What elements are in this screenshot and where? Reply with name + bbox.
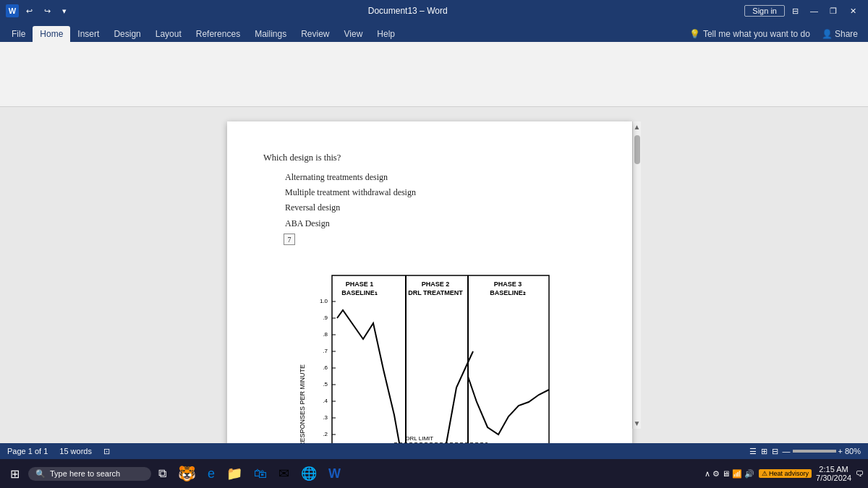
status-right: ☰ ⊞ ⊟ — + 80% [749,447,861,456]
wifi-icon[interactable]: 📶 [732,469,742,479]
tab-references[interactable]: References [189,26,247,42]
title-bar-right: Sign in ⊟ — ❐ ✕ [744,5,862,17]
zoom-level: 80% [845,447,861,455]
minimize-btn[interactable]: — [806,5,822,17]
document-area[interactable]: Which design is this? Alternating treatm… [0,107,868,443]
tab-mailings[interactable]: Mailings [247,26,294,42]
tab-view[interactable]: View [337,26,370,42]
sign-in-button[interactable]: Sign in [744,5,785,17]
svg-text:RESPONSES  PER  MINUTE: RESPONSES PER MINUTE [299,364,306,443]
notification-area: ∧ ⚙ 🖥 📶 🔊 [705,469,754,479]
doc-option-1: Alternating treatments design [285,171,596,184]
time-display: 2:15 AM 7/30/2024 [816,465,851,482]
svg-text:1.0: 1.0 [320,298,328,304]
taskbar-right: ∧ ⚙ 🖥 📶 🔊 ⚠ Heat advisory 2:15 AM 7/30/2… [705,465,864,482]
svg-text:BASELINE₁: BASELINE₁ [341,289,378,296]
title-bar: W ↩ ↪ ▾ Document13 – Word Sign in ⊟ — ❐ … [0,0,868,22]
taskbar-search[interactable]: 🔍 Type here to search [28,467,151,481]
tab-home[interactable]: Home [33,26,70,42]
share-icon: 👤 [822,29,833,39]
taskbar-app-store[interactable]: 🛍 [250,465,271,483]
svg-rect-1 [332,275,549,443]
svg-text:.9: .9 [323,314,328,321]
status-bar: Page 1 of 1 15 words ⊡ ☰ ⊞ ⊟ — + 80% [0,443,868,459]
taskbar-app-word[interactable]: W [324,465,345,483]
zoom-minus[interactable]: — [783,447,791,455]
tab-insert[interactable]: Insert [70,26,106,42]
svg-text:PHASE  1: PHASE 1 [346,281,374,288]
screen-icon[interactable]: 🖥 [722,469,730,478]
doc-option-2: Multiple treatment withdrawal design [285,186,596,200]
document-content: Which design is this? Alternating treatm… [263,150,596,247]
main-area: Which design is this? Alternating treatm… [0,107,868,443]
clock-date: 7/30/2024 [816,474,851,482]
svg-text:.3: .3 [323,414,328,421]
view-normal-icon[interactable]: ☰ [749,447,757,456]
svg-text:BASELINE₂: BASELINE₂ [490,289,526,296]
tell-me-button[interactable]: 💡 Tell me what you want to do [684,26,816,42]
svg-text:.7: .7 [323,348,328,354]
taskbar-app-tiger[interactable]: 🐯 [174,463,200,484]
chevron-icon[interactable]: ∧ [705,469,710,479]
layout-btn[interactable]: ⊟ [788,5,803,17]
share-button[interactable]: 👤 Share [816,26,864,42]
lightbulb-icon: 💡 [689,29,700,39]
svg-text:.6: .6 [323,364,328,371]
doc-option-4: ABA Design [285,217,596,231]
tab-design[interactable]: Design [106,26,148,42]
search-icon: 🔍 [35,469,46,479]
taskbar-app-edge[interactable]: e [203,465,219,483]
undo-btn[interactable]: ↩ [22,5,37,17]
svg-text:DRL LIMIT: DRL LIMIT [406,435,433,442]
notification-btn[interactable]: 🗨 [856,469,864,478]
svg-text:PHASE  3: PHASE 3 [494,281,522,288]
search-label: Type here to search [50,469,120,478]
warning-icon: ⚠ [762,470,767,477]
view-web-icon[interactable]: ⊟ [772,447,778,456]
edit-mode-icon: ⊡ [103,447,110,456]
word-icon: W [6,4,19,17]
zoom-plus[interactable]: + [838,447,843,455]
doc-question: Which design is this? [263,150,596,165]
tab-layout[interactable]: Layout [148,26,189,42]
view-layout-icon[interactable]: ⊞ [761,447,767,456]
svg-text:PHASE  2: PHASE 2 [422,281,450,288]
svg-text:DRL  TREATMENT: DRL TREATMENT [408,289,463,296]
settings-notification-icon[interactable]: ⚙ [712,469,720,479]
title-bar-left: W ↩ ↪ ▾ [6,4,71,17]
heat-advisory-label: Heat advisory [769,470,809,477]
svg-text:.2: .2 [323,431,328,437]
scroll-up-arrow[interactable]: ▲ [632,121,642,132]
clock-time: 2:15 AM [816,465,851,474]
share-label: Share [835,29,858,39]
tab-review[interactable]: Review [294,26,336,42]
tab-file[interactable]: File [4,26,33,42]
volume-icon[interactable]: 🔊 [744,469,754,479]
checkbox-icon[interactable]: 7 [284,234,295,245]
scrollbar-right[interactable]: ▲ ▼ [632,121,641,429]
tab-help[interactable]: Help [370,26,402,42]
taskbar-app-mail[interactable]: ✉ [274,464,294,483]
taskbar-app-folder[interactable]: 📁 [222,464,247,483]
scroll-down-arrow[interactable]: ▼ [632,418,642,429]
scroll-thumb[interactable] [634,135,640,164]
customize-btn[interactable]: ▾ [58,5,71,17]
maximize-btn[interactable]: ❐ [825,5,841,17]
taskbar-app-chrome[interactable]: 🌐 [297,464,321,483]
start-button[interactable]: ⊞ [4,464,25,484]
chart-svg: RESPONSES PER MINUTE PHASE 1 BASELINE₁ P… [296,261,563,443]
tell-me-label: Tell me what you want to do [703,29,810,39]
svg-text:.4: .4 [323,398,328,404]
heat-advisory-badge: ⚠ Heat advisory [759,469,812,478]
zoom-control: — + 80% [783,447,861,455]
close-btn[interactable]: ✕ [844,5,862,17]
status-left: Page 1 of 1 15 words ⊡ [7,447,110,456]
task-view-icon[interactable]: ⧉ [154,466,171,481]
taskbar-left: ⊞ 🔍 Type here to search ⧉ 🐯 e 📁 🛍 ✉ 🌐 W [4,463,345,484]
doc-option-3: Reversal design [285,201,596,215]
taskbar: ⊞ 🔍 Type here to search ⧉ 🐯 e 📁 🛍 ✉ 🌐 W [0,459,868,488]
zoom-slider[interactable] [793,450,836,453]
svg-text:.5: .5 [323,381,328,388]
redo-btn[interactable]: ↪ [40,5,55,17]
document-page: Which design is this? Alternating treatm… [227,121,632,443]
